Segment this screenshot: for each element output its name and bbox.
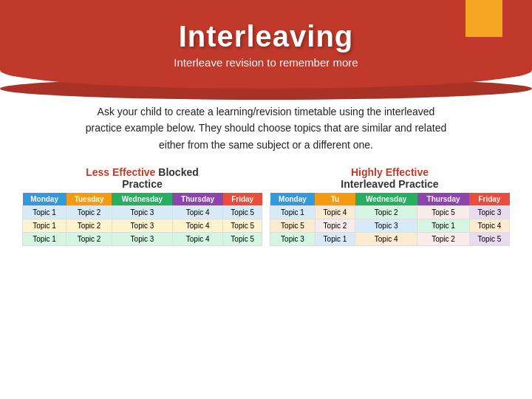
table-cell: Topic 4 — [315, 206, 355, 219]
table-cell: Topic 1 — [23, 233, 66, 246]
table-cell: Topic 2 — [315, 219, 355, 233]
table-cell: Topic 1 — [270, 206, 316, 219]
table-cell: Topic 5 — [223, 233, 262, 246]
table-cell: Topic 3 — [270, 233, 316, 246]
table-cell: Topic 4 — [469, 219, 509, 233]
table-cell: Topic 2 — [355, 206, 417, 219]
table-cell: Topic 2 — [66, 206, 112, 219]
table-cell: Topic 1 — [417, 219, 470, 233]
main-content: Ask your child to create a learning/revi… — [0, 89, 532, 253]
table-cell: Topic 2 — [66, 219, 112, 233]
left-table-heading: Less Effective Blocked Practice — [22, 166, 262, 190]
header-banner: Interleaving Interleave revision to reme… — [0, 0, 532, 89]
table-cell: Topic 1 — [315, 233, 355, 246]
table-cell: Topic 3 — [112, 206, 172, 219]
right-th-friday: Friday — [469, 193, 509, 206]
table-cell: Topic 1 — [23, 206, 66, 219]
highly-label: Highly Effective — [351, 166, 429, 178]
table-cell: Topic 5 — [270, 219, 316, 233]
left-th-monday: Monday — [23, 193, 66, 206]
table-cell: Topic 2 — [417, 233, 470, 246]
table-cell: Topic 4 — [172, 206, 223, 219]
page-subtitle: Interleave revision to remember more — [174, 56, 358, 69]
blocked-label: Blocked — [158, 166, 198, 178]
table-cell: Topic 5 — [223, 206, 262, 219]
table-cell: Topic 1 — [23, 219, 66, 233]
left-th-friday: Friday — [223, 193, 262, 206]
right-table-heading: Highly Effective Interleaved Practice — [270, 166, 510, 190]
table-cell: Topic 5 — [223, 219, 262, 233]
less-label: Less Effective — [86, 166, 155, 178]
right-timetable: Monday Tu Wednesday Thursday Friday Topi… — [270, 193, 510, 246]
table-cell: Topic 4 — [172, 219, 223, 233]
right-th-thursday: Thursday — [417, 193, 470, 206]
table-cell: Topic 4 — [172, 233, 223, 246]
accent-decoration — [466, 0, 502, 37]
right-th-monday: Monday — [270, 193, 316, 206]
right-th-wednesday: Wednesday — [355, 193, 417, 206]
table-cell: Topic 5 — [469, 233, 509, 246]
table-cell: Topic 3 — [355, 219, 417, 233]
table-cell: Topic 3 — [469, 206, 509, 219]
table-cell: Topic 2 — [66, 233, 112, 246]
page-title: Interleaving — [179, 20, 354, 53]
right-th-tuesday: Tu — [315, 193, 355, 206]
left-timetable: Monday Tuesday Wednesday Thursday Friday… — [22, 193, 262, 246]
description-text: Ask your child to create a learning/revi… — [22, 103, 510, 153]
interleaved-label: Interleaved Practice — [341, 178, 438, 190]
table-cell: Topic 5 — [417, 206, 470, 219]
left-th-wednesday: Wednesday — [112, 193, 172, 206]
table-cell: Topic 4 — [355, 233, 417, 246]
left-th-tuesday: Tuesday — [66, 193, 112, 206]
table-cell: Topic 3 — [112, 219, 172, 233]
table-cell: Topic 3 — [112, 233, 172, 246]
left-table-container: Less Effective Blocked Practice Monday T… — [22, 166, 262, 246]
practice-label-left: Practice — [122, 178, 162, 190]
right-table-container: Highly Effective Interleaved Practice Mo… — [270, 166, 510, 246]
left-th-thursday: Thursday — [172, 193, 223, 206]
tables-section: Less Effective Blocked Practice Monday T… — [22, 166, 510, 246]
